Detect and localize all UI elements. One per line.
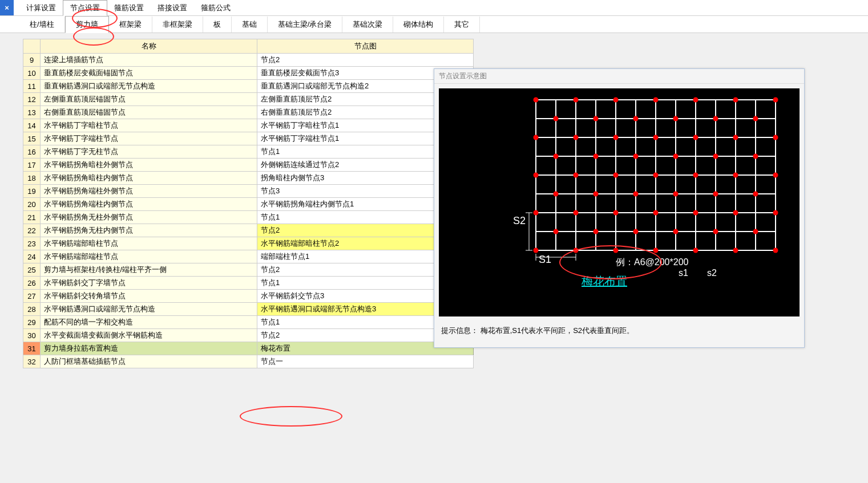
cell-name: 水平钢筋丁字无柱节点 [41, 145, 257, 159]
svg-point-22 [534, 98, 539, 103]
cell-name: 水平钢筋拐角暗柱外侧节点 [41, 159, 257, 172]
table-row[interactable]: 22水平钢筋拐角无柱内侧节点节点2 [23, 224, 474, 237]
svg-point-79 [733, 248, 738, 253]
sub-tab-5[interactable]: 基础 [232, 17, 268, 33]
sub-tab-3[interactable]: 非框架梁 [152, 17, 203, 33]
rownum: 16 [23, 145, 41, 159]
svg-point-60 [753, 192, 758, 197]
table-row[interactable]: 26水平钢筋斜交丁字墙节点节点1 [23, 277, 474, 290]
close-button[interactable]: × [0, 0, 14, 15]
table-row[interactable]: 23水平钢筋端部暗柱节点水平钢筋端部暗柱节点2 [23, 237, 474, 250]
sub-tab-0[interactable]: 柱/墙柱 [19, 17, 65, 33]
cell-name: 连梁上墙插筋节点 [41, 54, 257, 67]
rownum: 25 [23, 263, 41, 277]
table-row[interactable]: 16水平钢筋丁字无柱节点节点1 [23, 145, 474, 159]
table-row[interactable]: 10垂直筋楼层变截面锚固节点垂直筋楼层变截面节点3 [23, 67, 474, 80]
table-row[interactable]: 11垂直钢筋遇洞口或端部无节点构造垂直筋遇洞口或端部无节点构造2 [23, 80, 474, 93]
svg-point-29 [554, 116, 559, 121]
rownum: 28 [23, 303, 41, 316]
table-row[interactable]: 29配筋不同的墙一字相交构造节点1 [23, 316, 474, 329]
cell-name: 右侧垂直筋顶层锚固节点 [41, 106, 257, 119]
svg-point-77 [653, 248, 659, 253]
svg-point-30 [594, 116, 599, 121]
table-row[interactable]: 12左侧垂直筋顶层锚固节点左侧垂直筋顶层节点2 [23, 93, 474, 106]
table-row[interactable]: 31剪力墙身拉筋布置构造梅花布置 [23, 342, 474, 355]
table-row[interactable]: 17水平钢筋拐角暗柱外侧节点外侧钢筋连续通过节点2 [23, 159, 474, 172]
cell-name: 水平变截面墙变截面侧水平钢筋构造 [41, 329, 257, 342]
table-row[interactable]: 25剪力墙与框架柱/转换柱/端柱平齐一侧节点2 [23, 263, 474, 277]
svg-point-26 [693, 98, 699, 103]
rownum: 14 [23, 119, 41, 132]
sub-tab-9[interactable]: 其它 [444, 17, 480, 33]
svg-point-62 [574, 210, 579, 216]
sub-tab-8[interactable]: 砌体结构 [393, 17, 444, 33]
svg-point-74 [534, 248, 539, 253]
svg-point-49 [574, 173, 579, 178]
sub-s1: s1 [679, 268, 688, 278]
rownum: 27 [23, 290, 41, 303]
rownum: 20 [23, 198, 41, 211]
svg-point-51 [653, 173, 659, 178]
svg-point-59 [713, 192, 718, 197]
cell-name: 水平钢筋拐角无柱内侧节点 [41, 224, 257, 237]
top-tab-4[interactable]: 箍筋公式 [194, 1, 237, 15]
table-row[interactable]: 24水平钢筋端部端柱节点端部端柱节点1 [23, 250, 474, 263]
top-tab-0[interactable]: 计算设置 [19, 1, 63, 15]
svg-point-35 [534, 135, 539, 140]
top-tab-3[interactable]: 搭接设置 [151, 1, 194, 15]
rownum: 11 [23, 80, 41, 93]
rownum: 19 [23, 185, 41, 198]
svg-point-76 [613, 248, 619, 253]
svg-point-71 [673, 229, 679, 234]
table-row[interactable]: 20水平钢筋拐角端柱内侧节点水平钢筋拐角端柱内侧节点1 [23, 198, 474, 211]
table-row[interactable]: 28水平钢筋遇洞口或端部无节点构造水平钢筋遇洞口或端部无节点构造3 [23, 303, 474, 316]
table-row[interactable]: 27水平钢筋斜交转角墙节点水平钢筋斜交节点3 [23, 290, 474, 303]
svg-point-25 [653, 98, 659, 103]
rownum: 21 [23, 211, 41, 224]
top-tab-2[interactable]: 箍筋设置 [107, 1, 151, 15]
cell-name: 水平钢筋端部暗柱节点 [41, 237, 257, 250]
table-row[interactable]: 14水平钢筋丁字暗柱节点水平钢筋丁字暗柱节点1 [23, 119, 474, 132]
cell-name: 水平钢筋拐角端柱内侧节点 [41, 198, 257, 211]
cell-name: 水平钢筋拐角端柱外侧节点 [41, 185, 257, 198]
rownum: 22 [23, 224, 41, 237]
sub-tab-6[interactable]: 基础主梁/承台梁 [268, 17, 343, 33]
col-name: 名称 [41, 39, 257, 54]
example-text: 例：A6@200*200 [616, 257, 688, 269]
svg-point-31 [633, 116, 639, 121]
svg-point-37 [613, 135, 619, 140]
cell-name: 剪力墙与框架柱/转换柱/端柱平齐一侧 [41, 263, 257, 277]
rownum: 13 [23, 106, 41, 119]
table-row[interactable]: 9连梁上墙插筋节点节点2 [23, 54, 474, 67]
top-tab-1[interactable]: 节点设置 [63, 0, 107, 16]
sub-tabs: 柱/墙柱剪力墙框架梁非框架梁板基础基础主梁/承台梁基础次梁砌体结构其它 [0, 16, 868, 33]
cell-value[interactable]: 节点一 [257, 355, 474, 368]
sub-tab-2[interactable]: 框架梁 [109, 17, 152, 33]
rownum: 32 [23, 355, 41, 368]
svg-point-33 [713, 116, 718, 121]
sub-tab-1[interactable]: 剪力墙 [65, 16, 109, 33]
svg-point-50 [613, 173, 619, 178]
svg-point-58 [673, 192, 679, 197]
cell-value[interactable]: 节点2 [257, 54, 474, 67]
cell-name: 水平钢筋拐角暗柱内侧节点 [41, 172, 257, 185]
table-row[interactable]: 15水平钢筋丁字端柱节点水平钢筋丁字端柱节点1 [23, 132, 474, 145]
sub-tab-7[interactable]: 基础次梁 [342, 17, 393, 33]
cell-name: 水平钢筋丁字端柱节点 [41, 132, 257, 145]
pattern-name: 梅花布置 [582, 274, 627, 289]
rownum: 29 [23, 316, 41, 329]
svg-point-73 [753, 229, 758, 234]
table-row[interactable]: 13右侧垂直筋顶层锚固节点右侧垂直筋顶层节点2 [23, 106, 474, 119]
table-row[interactable]: 19水平钢筋拐角端柱外侧节点节点3 [23, 185, 474, 198]
cell-name: 人防门框墙基础插筋节点 [41, 355, 257, 368]
svg-point-64 [653, 210, 659, 216]
table-row[interactable]: 30水平变截面墙变截面侧水平钢筋构造节点2 [23, 329, 474, 342]
svg-point-46 [713, 154, 718, 159]
table-row[interactable]: 21水平钢筋拐角无柱外侧节点节点1 [23, 211, 474, 224]
sub-tab-4[interactable]: 板 [203, 17, 232, 33]
table-row[interactable]: 32人防门框墙基础插筋节点节点一 [23, 355, 474, 368]
top-tabs: 计算设置节点设置箍筋设置搭接设置箍筋公式 [14, 0, 237, 15]
table-row[interactable]: 18水平钢筋拐角暗柱内侧节点拐角暗柱内侧节点3 [23, 172, 474, 185]
svg-point-38 [653, 135, 659, 140]
sub-s2: s2 [707, 268, 717, 278]
